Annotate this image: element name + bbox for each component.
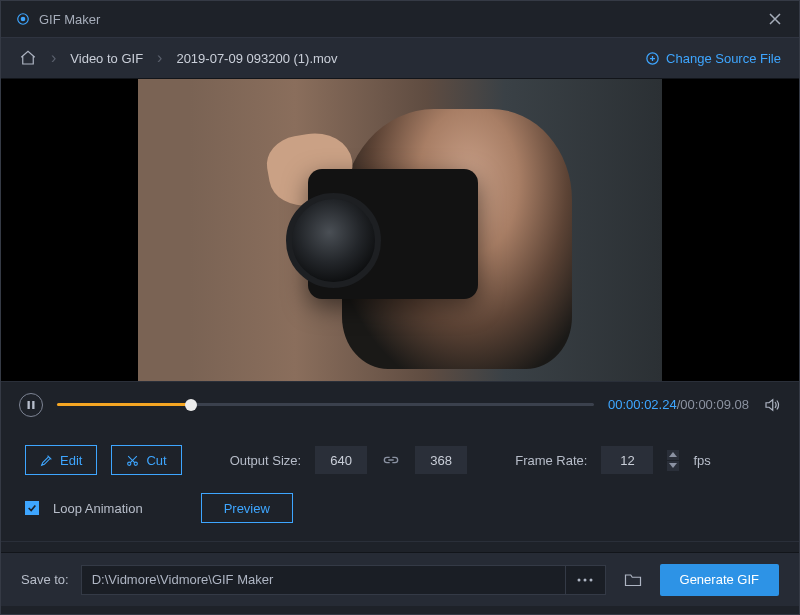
generate-label: Generate GIF (680, 572, 759, 587)
video-frame[interactable] (138, 79, 662, 381)
seek-fill (57, 403, 191, 406)
footer-bar: Save to: Generate GIF (1, 552, 799, 606)
seek-track[interactable] (57, 403, 594, 406)
save-path-field (81, 565, 606, 595)
generate-gif-button[interactable]: Generate GIF (660, 564, 779, 596)
breadcrumb-file: 2019-07-09 093200 (1).mov (176, 51, 337, 66)
app-title: GIF Maker (39, 12, 765, 27)
preview-button[interactable]: Preview (201, 493, 293, 523)
edit-button[interactable]: Edit (25, 445, 97, 475)
step-up-icon[interactable] (667, 450, 679, 460)
svg-point-8 (584, 578, 587, 581)
browse-button[interactable] (565, 566, 605, 594)
open-folder-button[interactable] (618, 565, 648, 595)
framerate-stepper[interactable] (667, 450, 679, 471)
height-input[interactable] (415, 446, 467, 474)
preview-label: Preview (224, 501, 270, 516)
close-button[interactable] (765, 9, 785, 29)
fps-unit: fps (693, 453, 710, 468)
svg-point-7 (578, 578, 581, 581)
audio-button[interactable] (763, 396, 781, 414)
seek-thumb[interactable] (185, 399, 197, 411)
output-size-label: Output Size: (230, 453, 302, 468)
time-current: 00:00:02.24 (608, 397, 677, 412)
home-icon[interactable] (19, 49, 37, 67)
time-total: 00:00:09.08 (680, 397, 749, 412)
loop-label: Loop Animation (53, 501, 143, 516)
svg-rect-4 (32, 401, 34, 409)
framerate-label: Frame Rate: (515, 453, 587, 468)
link-icon[interactable] (381, 454, 401, 466)
framerate-input[interactable] (601, 446, 653, 474)
width-input[interactable] (315, 446, 367, 474)
pause-button[interactable] (19, 393, 43, 417)
svg-point-9 (590, 578, 593, 581)
cut-button[interactable]: Cut (111, 445, 181, 475)
breadcrumb-separator: › (157, 49, 162, 67)
video-preview-area (1, 79, 799, 381)
svg-point-1 (21, 17, 26, 22)
svg-rect-3 (28, 401, 30, 409)
settings-panel: Edit Cut Output Size: Frame Rate: fps (1, 427, 799, 552)
playback-bar: 00:00:02.24/00:00:09.08 (1, 381, 799, 427)
time-display: 00:00:02.24/00:00:09.08 (608, 397, 749, 412)
loop-checkbox[interactable] (25, 501, 39, 515)
titlebar: GIF Maker (1, 1, 799, 37)
change-source-button[interactable]: Change Source File (645, 51, 781, 66)
app-window: GIF Maker › Video to GIF › 2019-07-09 09… (0, 0, 800, 615)
edit-label: Edit (60, 453, 82, 468)
app-icon (15, 11, 31, 27)
save-path-input[interactable] (82, 572, 565, 587)
breadcrumb-separator: › (51, 49, 56, 67)
step-down-icon[interactable] (667, 461, 679, 471)
change-source-label: Change Source File (666, 51, 781, 66)
breadcrumb-bar: › Video to GIF › 2019-07-09 093200 (1).m… (1, 37, 799, 79)
cut-label: Cut (146, 453, 166, 468)
breadcrumb-root[interactable]: Video to GIF (70, 51, 143, 66)
save-to-label: Save to: (21, 572, 69, 587)
divider (1, 541, 799, 542)
